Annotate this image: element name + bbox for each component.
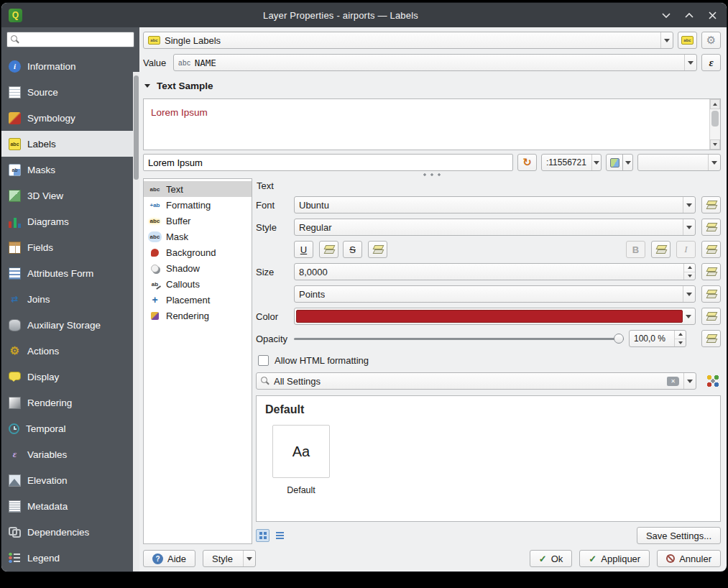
units-override-button[interactable] [701, 285, 721, 303]
sidebar-scrollbar-handle[interactable] [134, 75, 139, 180]
sidebar-item-fields[interactable]: Fields [1, 234, 133, 260]
scrollbar-handle[interactable] [711, 111, 719, 127]
opacity-spinbox[interactable]: 100,0 % [629, 330, 686, 347]
value-field-select[interactable]: abc NAME [173, 54, 697, 71]
sidebar-item-joins[interactable]: Joins [1, 286, 133, 312]
sidebar-item-temporal[interactable]: Temporal [1, 415, 133, 441]
preview-scrollbar[interactable] [709, 99, 720, 150]
sidebar-item-display[interactable]: Display [1, 364, 133, 390]
opacity-override-button[interactable] [701, 330, 721, 347]
tab-formatting[interactable]: Formatting [144, 197, 252, 213]
save-settings-button[interactable]: Save Settings... [637, 527, 721, 544]
strikethrough-button[interactable]: S [343, 241, 362, 258]
sidebar-item-variables[interactable]: Variables [1, 441, 133, 467]
clear-search-icon[interactable] [667, 377, 679, 386]
shade-button[interactable] [659, 8, 673, 22]
mask-tab-icon [148, 231, 162, 242]
text-sample-preview[interactable]: Lorem Ipsum [143, 98, 721, 150]
tab-mask[interactable]: Mask [144, 229, 252, 244]
size-spinbox[interactable]: 8,0000 [294, 263, 696, 280]
font-override-button[interactable] [701, 196, 721, 213]
sidebar-item-diagrams[interactable]: Diagrams [1, 208, 133, 234]
sidebar-search-input[interactable] [22, 35, 130, 45]
splitter-handle[interactable] [143, 171, 721, 178]
sidebar-item-dependencies[interactable]: Dependencies [1, 519, 133, 545]
tab-shadow[interactable]: Shadow [144, 260, 252, 276]
font-color-button[interactable] [294, 308, 696, 325]
sidebar-item-information[interactable]: Information [1, 53, 133, 79]
apply-button[interactable]: Appliquer [579, 550, 650, 567]
sample-scale-select[interactable]: :11556721 [541, 154, 602, 171]
font-style-select[interactable]: Regular [294, 219, 696, 236]
opacity-slider[interactable] [294, 331, 624, 346]
color-override-button[interactable] [701, 308, 721, 325]
slider-handle[interactable] [614, 334, 624, 344]
size-units-select[interactable]: Points [294, 285, 696, 303]
scroll-down-button[interactable] [710, 139, 720, 150]
sidebar-scrollbar[interactable] [133, 72, 139, 571]
tab-rendering[interactable]: Rendering [144, 308, 252, 323]
expression-builder-button[interactable]: ε [701, 54, 721, 71]
underline-override-button[interactable] [319, 241, 338, 258]
canvas-scale-menu-button[interactable] [622, 154, 633, 171]
sidebar-item-labels[interactable]: Labels [1, 131, 133, 157]
style-menu-button[interactable]: Style [203, 550, 256, 567]
maximize-button[interactable] [682, 8, 696, 22]
list-view-button[interactable] [273, 529, 287, 542]
default-style-card[interactable]: Aa [272, 425, 330, 478]
style-manager-icon[interactable] [706, 374, 721, 389]
sidebar-item-elevation[interactable]: Elevation [1, 467, 133, 493]
sidebar-search[interactable] [6, 32, 134, 47]
font-select[interactable]: Ubuntu [294, 196, 696, 213]
sidebar-item-auxiliary-storage[interactable]: Auxiliary Storage [1, 312, 133, 338]
sidebar-item-masks[interactable]: Masks [1, 157, 133, 183]
italic-override-button[interactable] [701, 241, 721, 258]
slider-track[interactable] [294, 338, 624, 340]
underline-button[interactable]: U [294, 241, 313, 258]
strikethrough-override-button[interactable] [368, 241, 387, 258]
ok-button[interactable]: Ok [530, 550, 573, 567]
help-button[interactable]: Aide [143, 550, 195, 567]
text-sample-section-toggle[interactable]: Text Sample [144, 81, 721, 91]
bold-button[interactable]: B [626, 241, 645, 258]
style-override-button[interactable] [701, 219, 721, 236]
scroll-up-button[interactable] [710, 99, 720, 109]
sample-text-input[interactable] [143, 154, 513, 171]
size-override-button[interactable] [701, 263, 721, 280]
diagrams-icon [9, 216, 21, 228]
opacity-decrease-button[interactable] [675, 339, 686, 347]
sidebar-item-attributes-form[interactable]: Attributes Form [1, 260, 133, 286]
italic-button[interactable]: I [676, 241, 696, 258]
size-decrease-button[interactable] [684, 272, 695, 280]
allow-html-checkbox[interactable] [258, 355, 269, 366]
tab-placement[interactable]: Placement [144, 292, 252, 308]
opacity-increase-button[interactable] [675, 331, 686, 339]
close-button[interactable] [705, 8, 719, 22]
set-canvas-scale-button[interactable] [606, 154, 623, 171]
reset-sample-button[interactable]: ↻ [517, 154, 537, 171]
engine-settings-button[interactable] [701, 32, 721, 49]
sidebar-item-actions[interactable]: Actions [1, 338, 133, 364]
titlebar[interactable]: Q Layer Properties - airports — Labels [1, 3, 727, 27]
sidebar-item-source[interactable]: Source [1, 79, 133, 105]
cancel-button[interactable]: Annuler [657, 550, 721, 567]
preview-background-select[interactable] [637, 154, 721, 171]
tab-buffer[interactable]: Buffer [144, 213, 252, 229]
sidebar-item-metadata[interactable]: Metadata [1, 493, 133, 519]
icon-view-button[interactable] [256, 529, 269, 542]
label-mode-select[interactable]: Single Labels [143, 32, 673, 49]
scrollbar-track[interactable] [710, 109, 720, 139]
value-label: Value [143, 58, 173, 68]
tab-label: Mask [166, 231, 188, 242]
sidebar-item-rendering[interactable]: Rendering [1, 390, 133, 415]
settings-search-select[interactable]: All Settings [256, 372, 696, 390]
automated-placement-button[interactable] [678, 32, 697, 49]
sidebar-item-symbology[interactable]: Symbology [1, 105, 133, 131]
bold-override-button[interactable] [651, 241, 671, 258]
sidebar-item-3d-view[interactable]: 3D View [1, 183, 133, 208]
tab-text[interactable]: Text [144, 181, 252, 197]
tab-background[interactable]: Background [144, 244, 252, 260]
size-increase-button[interactable] [684, 264, 695, 272]
sidebar-item-legend[interactable]: Legend [1, 545, 133, 571]
tab-callouts[interactable]: Callouts [144, 276, 252, 292]
